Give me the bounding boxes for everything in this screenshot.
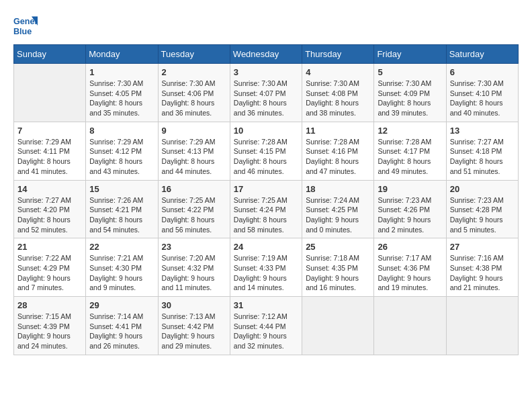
- day-number: 15: [89, 184, 154, 194]
- day-info: Sunrise: 7:23 AMSunset: 4:28 PMDaylight:…: [450, 195, 515, 235]
- day-number: 1: [89, 67, 154, 77]
- calendar-cell: 17Sunrise: 7:25 AMSunset: 4:24 PMDayligh…: [230, 180, 302, 238]
- day-number: 19: [378, 184, 442, 194]
- calendar-cell: 19Sunrise: 7:23 AMSunset: 4:26 PMDayligh…: [374, 180, 446, 238]
- calendar-cell: 25Sunrise: 7:18 AMSunset: 4:35 PMDayligh…: [302, 238, 374, 297]
- day-number: 4: [306, 67, 370, 77]
- day-number: 18: [306, 184, 370, 194]
- day-info: Sunrise: 7:27 AMSunset: 4:18 PMDaylight:…: [450, 137, 515, 177]
- calendar-cell: 10Sunrise: 7:28 AMSunset: 4:15 PMDayligh…: [230, 122, 302, 180]
- day-info: Sunrise: 7:30 AMSunset: 4:10 PMDaylight:…: [450, 79, 515, 118]
- day-info: Sunrise: 7:29 AMSunset: 4:12 PMDaylight:…: [89, 137, 154, 177]
- day-info: Sunrise: 7:16 AMSunset: 4:38 PMDaylight:…: [450, 253, 515, 293]
- day-number: 13: [450, 126, 515, 136]
- day-info: Sunrise: 7:30 AMSunset: 4:06 PMDaylight:…: [162, 79, 226, 118]
- calendar-cell: 15Sunrise: 7:26 AMSunset: 4:21 PMDayligh…: [86, 180, 158, 238]
- calendar-cell: 13Sunrise: 7:27 AMSunset: 4:18 PMDayligh…: [446, 122, 518, 180]
- calendar-cell: 27Sunrise: 7:16 AMSunset: 4:38 PMDayligh…: [446, 238, 518, 297]
- day-info: Sunrise: 7:30 AMSunset: 4:05 PMDaylight:…: [89, 79, 154, 118]
- day-info: Sunrise: 7:27 AMSunset: 4:20 PMDaylight:…: [17, 195, 82, 235]
- calendar-cell: 26Sunrise: 7:17 AMSunset: 4:36 PMDayligh…: [374, 238, 446, 297]
- day-info: Sunrise: 7:25 AMSunset: 4:24 PMDaylight:…: [234, 195, 298, 235]
- calendar-week-row: 7Sunrise: 7:29 AMSunset: 4:11 PMDaylight…: [14, 122, 519, 180]
- day-number: 2: [162, 67, 226, 77]
- day-info: Sunrise: 7:21 AMSunset: 4:30 PMDaylight:…: [89, 253, 154, 293]
- calendar-cell: 8Sunrise: 7:29 AMSunset: 4:12 PMDaylight…: [86, 122, 158, 180]
- day-number: 22: [89, 242, 154, 252]
- day-number: 7: [17, 126, 82, 136]
- calendar-cell: 24Sunrise: 7:19 AMSunset: 4:33 PMDayligh…: [230, 238, 302, 297]
- day-info: Sunrise: 7:22 AMSunset: 4:29 PMDaylight:…: [17, 253, 82, 293]
- calendar-header-saturday: Saturday: [446, 45, 518, 64]
- calendar-cell: 31Sunrise: 7:12 AMSunset: 4:44 PMDayligh…: [230, 297, 302, 355]
- calendar-cell: 5Sunrise: 7:30 AMSunset: 4:09 PMDaylight…: [374, 64, 446, 122]
- day-number: 3: [234, 67, 298, 77]
- calendar-cell: 1Sunrise: 7:30 AMSunset: 4:05 PMDaylight…: [86, 64, 158, 122]
- day-info: Sunrise: 7:29 AMSunset: 4:13 PMDaylight:…: [162, 137, 226, 177]
- day-number: 9: [162, 126, 226, 136]
- calendar-cell: 6Sunrise: 7:30 AMSunset: 4:10 PMDaylight…: [446, 64, 518, 122]
- day-number: 21: [17, 242, 82, 252]
- day-number: 11: [306, 126, 370, 136]
- day-info: Sunrise: 7:30 AMSunset: 4:07 PMDaylight:…: [234, 79, 298, 118]
- calendar-cell: 28Sunrise: 7:15 AMSunset: 4:39 PMDayligh…: [14, 297, 86, 355]
- calendar-week-row: 1Sunrise: 7:30 AMSunset: 4:05 PMDaylight…: [14, 64, 519, 122]
- calendar-cell: [446, 297, 518, 355]
- day-info: Sunrise: 7:30 AMSunset: 4:08 PMDaylight:…: [306, 79, 370, 118]
- day-info: Sunrise: 7:28 AMSunset: 4:16 PMDaylight:…: [306, 137, 370, 177]
- day-info: Sunrise: 7:15 AMSunset: 4:39 PMDaylight:…: [17, 312, 82, 351]
- calendar-cell: 18Sunrise: 7:24 AMSunset: 4:25 PMDayligh…: [302, 180, 374, 238]
- day-number: 6: [450, 67, 515, 77]
- calendar-week-row: 28Sunrise: 7:15 AMSunset: 4:39 PMDayligh…: [14, 297, 519, 355]
- calendar-cell: [14, 64, 86, 122]
- calendar-cell: 16Sunrise: 7:25 AMSunset: 4:22 PMDayligh…: [158, 180, 230, 238]
- day-number: 30: [162, 300, 226, 310]
- day-info: Sunrise: 7:28 AMSunset: 4:17 PMDaylight:…: [378, 137, 442, 177]
- calendar: SundayMondayTuesdayWednesdayThursdayFrid…: [13, 44, 519, 355]
- calendar-cell: [302, 297, 374, 355]
- day-info: Sunrise: 7:29 AMSunset: 4:11 PMDaylight:…: [17, 137, 82, 177]
- day-info: Sunrise: 7:17 AMSunset: 4:36 PMDaylight:…: [378, 253, 442, 293]
- calendar-header-monday: Monday: [86, 45, 158, 64]
- calendar-cell: 3Sunrise: 7:30 AMSunset: 4:07 PMDaylight…: [230, 64, 302, 122]
- day-number: 8: [89, 126, 154, 136]
- calendar-cell: 9Sunrise: 7:29 AMSunset: 4:13 PMDaylight…: [158, 122, 230, 180]
- day-info: Sunrise: 7:26 AMSunset: 4:21 PMDaylight:…: [89, 195, 154, 235]
- day-number: 14: [17, 184, 82, 194]
- day-info: Sunrise: 7:13 AMSunset: 4:42 PMDaylight:…: [162, 312, 226, 351]
- calendar-header-row: SundayMondayTuesdayWednesdayThursdayFrid…: [14, 45, 519, 64]
- day-info: Sunrise: 7:20 AMSunset: 4:32 PMDaylight:…: [162, 253, 226, 293]
- day-number: 31: [234, 300, 298, 310]
- calendar-header-thursday: Thursday: [302, 45, 374, 64]
- day-info: Sunrise: 7:23 AMSunset: 4:26 PMDaylight:…: [378, 195, 442, 235]
- day-info: Sunrise: 7:14 AMSunset: 4:41 PMDaylight:…: [89, 312, 154, 351]
- calendar-header-tuesday: Tuesday: [158, 45, 230, 64]
- calendar-cell: 2Sunrise: 7:30 AMSunset: 4:06 PMDaylight…: [158, 64, 230, 122]
- calendar-cell: 22Sunrise: 7:21 AMSunset: 4:30 PMDayligh…: [86, 238, 158, 297]
- calendar-week-row: 14Sunrise: 7:27 AMSunset: 4:20 PMDayligh…: [14, 180, 519, 238]
- day-info: Sunrise: 7:24 AMSunset: 4:25 PMDaylight:…: [306, 195, 370, 235]
- day-number: 23: [162, 242, 226, 252]
- calendar-week-row: 21Sunrise: 7:22 AMSunset: 4:29 PMDayligh…: [14, 238, 519, 297]
- calendar-cell: 21Sunrise: 7:22 AMSunset: 4:29 PMDayligh…: [14, 238, 86, 297]
- calendar-cell: 4Sunrise: 7:30 AMSunset: 4:08 PMDaylight…: [302, 64, 374, 122]
- day-number: 27: [450, 242, 515, 252]
- day-number: 26: [378, 242, 442, 252]
- calendar-cell: 29Sunrise: 7:14 AMSunset: 4:41 PMDayligh…: [86, 297, 158, 355]
- day-number: 24: [234, 242, 298, 252]
- day-number: 10: [234, 126, 298, 136]
- day-number: 17: [234, 184, 298, 194]
- day-info: Sunrise: 7:19 AMSunset: 4:33 PMDaylight:…: [234, 253, 298, 293]
- day-info: Sunrise: 7:18 AMSunset: 4:35 PMDaylight:…: [306, 253, 370, 293]
- day-info: Sunrise: 7:28 AMSunset: 4:15 PMDaylight:…: [234, 137, 298, 177]
- calendar-cell: 20Sunrise: 7:23 AMSunset: 4:28 PMDayligh…: [446, 180, 518, 238]
- calendar-header-sunday: Sunday: [14, 45, 86, 64]
- day-info: Sunrise: 7:25 AMSunset: 4:22 PMDaylight:…: [162, 195, 226, 235]
- logo: General Blue: [13, 13, 40, 38]
- day-number: 29: [89, 300, 154, 310]
- day-number: 20: [450, 184, 515, 194]
- calendar-header-wednesday: Wednesday: [230, 45, 302, 64]
- logo-icon: General Blue: [13, 13, 38, 38]
- day-number: 12: [378, 126, 442, 136]
- calendar-cell: 30Sunrise: 7:13 AMSunset: 4:42 PMDayligh…: [158, 297, 230, 355]
